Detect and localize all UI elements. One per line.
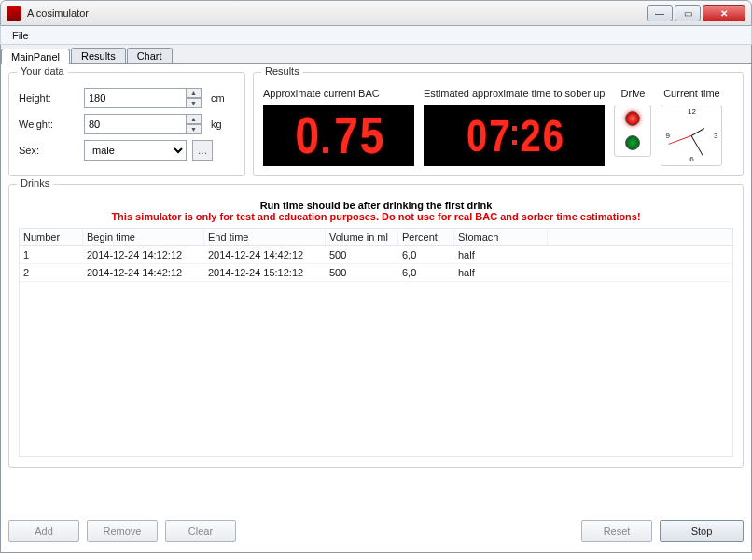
col-volume[interactable]: Volume in ml — [326, 229, 398, 245]
table-row[interactable]: 2 2014-12-24 14:42:12 2014-12-24 15:12:1… — [20, 264, 732, 282]
tab-chart[interactable]: Chart — [127, 48, 173, 63]
notice-runtime: Run time should be after drinking the fi… — [19, 200, 733, 211]
reset-button[interactable]: Reset — [581, 520, 652, 542]
col-percent[interactable]: Percent — [398, 229, 454, 245]
col-number[interactable]: Number — [20, 229, 83, 245]
sober-caption: Estimated approximate time to sober up — [424, 88, 605, 103]
colon-icon — [512, 126, 517, 145]
add-button[interactable]: Add — [8, 520, 79, 542]
sober-display: 0 7 2 6 — [424, 105, 605, 166]
clock-caption: Current time — [663, 88, 720, 103]
col-stomach[interactable]: Stomach — [454, 229, 548, 245]
weight-down[interactable]: ▼ — [187, 124, 202, 134]
titlebar: Alcosimulator — ▭ ✕ — [0, 0, 752, 26]
weight-unit: kg — [211, 119, 222, 130]
tab-mainpanel[interactable]: MainPanel — [1, 49, 70, 64]
sex-ellipsis-button[interactable]: … — [192, 140, 213, 161]
col-begin[interactable]: Begin time — [83, 229, 204, 245]
clear-button[interactable]: Clear — [165, 520, 236, 542]
height-down[interactable]: ▼ — [187, 98, 202, 108]
tab-results[interactable]: Results — [71, 48, 126, 63]
groupbox-results: Results Approximate current BAC 0 7 5 Es… — [253, 72, 744, 176]
app-icon — [7, 6, 21, 21]
maximize-button[interactable]: ▭ — [675, 5, 701, 21]
notice-disclaimer: This simulator is only for test and educ… — [19, 211, 733, 222]
height-label: Height: — [19, 92, 84, 104]
second-hand — [669, 135, 692, 145]
decimal-dot-icon — [323, 147, 328, 153]
bac-display: 0 7 5 — [263, 105, 414, 166]
client-area: Your data Height: ▲▼ cm Weight: ▲▼ kg Se… — [0, 64, 752, 553]
table-header: Number Begin time End time Volume in ml … — [20, 229, 732, 246]
analog-clock: 12 3 6 9 — [661, 105, 722, 166]
minimize-button[interactable]: — — [647, 5, 673, 21]
menubar: File — [0, 26, 752, 45]
drive-caption: Drive — [621, 88, 646, 103]
drinks-legend: Drinks — [17, 177, 53, 189]
remove-button[interactable]: Remove — [87, 520, 158, 542]
height-input[interactable] — [84, 88, 187, 108]
sex-select[interactable]: male — [84, 140, 187, 161]
bac-caption: Approximate current BAC — [263, 88, 414, 103]
results-legend: Results — [261, 65, 303, 77]
weight-input[interactable] — [84, 114, 187, 134]
hour-hand — [691, 128, 704, 136]
tabstrip: MainPanel Results Chart — [0, 45, 752, 64]
window-title: Alcosimulator — [27, 7, 647, 19]
stop-button[interactable]: Stop — [660, 520, 744, 542]
window-buttons: — ▭ ✕ — [647, 5, 745, 21]
groupbox-drinks: Drinks Run time should be after drinking… — [8, 184, 744, 468]
table-row[interactable]: 1 2014-12-24 14:12:12 2014-12-24 14:42:1… — [20, 246, 732, 264]
minute-hand — [691, 135, 703, 155]
groupbox-yourdata: Your data Height: ▲▼ cm Weight: ▲▼ kg Se… — [8, 72, 245, 176]
height-unit: cm — [211, 92, 225, 104]
drinks-table: Number Begin time End time Volume in ml … — [19, 228, 733, 457]
yourdata-legend: Your data — [17, 65, 68, 77]
red-light-icon — [625, 111, 640, 126]
col-end[interactable]: End time — [204, 229, 326, 245]
height-up[interactable]: ▲ — [187, 88, 202, 98]
weight-label: Weight: — [19, 119, 84, 130]
sex-label: Sex: — [19, 145, 84, 156]
button-bar: Add Remove Clear Reset Stop — [8, 520, 744, 542]
green-light-icon — [625, 135, 640, 150]
weight-up[interactable]: ▲ — [187, 114, 202, 124]
menu-file[interactable]: File — [7, 28, 35, 43]
close-button[interactable]: ✕ — [703, 5, 745, 21]
drive-indicator — [614, 105, 651, 157]
